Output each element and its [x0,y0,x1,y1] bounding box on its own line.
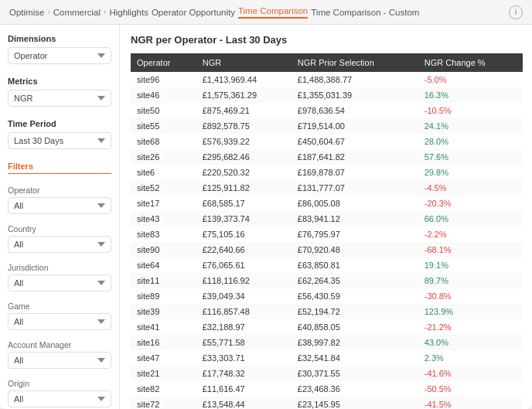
cell-ngr-prior: £1,355,031.39 [292,87,418,103]
cell-ngr-change: 28.0% [418,134,523,149]
cell-ngr-change: -21.2% [418,319,523,335]
cell-operator: site96 [131,72,196,87]
cell-operator: site68 [131,134,196,149]
cell-ngr-change: 19.1% [418,257,523,273]
cell-operator: site55 [131,118,196,134]
content-title: NGR per Operator - Last 30 Days [131,34,523,46]
cell-ngr-change: -30.8% [418,288,523,304]
nav-highlights[interactable]: Highlights [109,8,148,17]
cell-ngr-change: 123.9% [418,304,523,319]
cell-ngr: £139,373.74 [196,211,292,227]
filter-account-manager-select[interactable]: All [8,352,111,369]
cell-operator: site21 [131,366,196,381]
cell-ngr-prior: £40,858.05 [292,319,418,335]
cell-operator: site89 [131,288,196,304]
table-container[interactable]: Operator NGR NGR Prior Selection NGR Cha… [131,53,523,409]
table-row: site96£1,413,969.44£1,488,388.77-5.0% [131,72,523,87]
table-row: site68£576,939.22£450,604.6728.0% [131,134,523,149]
filter-country-select[interactable]: All [8,236,111,253]
cell-ngr-prior: £450,604.67 [292,134,418,149]
cell-ngr: £1,413,969.44 [196,72,292,87]
cell-ngr-prior: £30,371.55 [292,366,418,381]
table-row: site39£116,857.48£52,194.72123.9% [131,304,523,319]
filter-origin-select[interactable]: All [8,390,111,407]
table-row: site89£39,049.34£56,430.59-30.8% [131,288,523,304]
cell-ngr-change: -68.1% [418,242,523,257]
cell-operator: site16 [131,335,196,350]
cell-ngr: £68,585.17 [196,196,292,211]
table-row: site43£139,373.74£83,941.1266.0% [131,211,523,227]
cell-ngr-prior: £169,878.07 [292,165,418,180]
cell-ngr-change: 29.8% [418,165,523,180]
cell-operator: site90 [131,242,196,257]
cell-operator: site47 [131,350,196,366]
cell-ngr-prior: £83,941.12 [292,211,418,227]
cell-operator: site17 [131,196,196,211]
cell-ngr-prior: £23,145.95 [292,397,418,409]
cell-ngr-change: 16.3% [418,87,523,103]
col-ngr-prior: NGR Prior Selection [292,53,418,72]
cell-operator: site43 [131,211,196,227]
cell-operator: site11 [131,273,196,288]
cell-ngr-prior: £131,777.07 [292,180,418,196]
table-row: site26£295,682.46£187,641.8257.6% [131,149,523,165]
filter-jurisdiction-label: Jurisdiction [8,263,111,272]
filter-operator-select[interactable]: All [8,197,111,214]
cell-ngr: £116,857.48 [196,304,292,319]
nav-commercial[interactable]: Commercial [53,8,101,17]
cell-ngr-prior: £86,005.08 [292,196,418,211]
table-row: site90£22,640.66£70,920.48-68.1% [131,242,523,257]
table-row: site83£75,105.16£76,795.97-2.2% [131,227,523,242]
cell-ngr-prior: £52,194.72 [292,304,418,319]
app-container: Optimise › Commercial › Highlights Opera… [0,0,532,409]
cell-operator: site41 [131,319,196,335]
nav-optimise[interactable]: Optimise [9,8,44,17]
cell-operator: site50 [131,103,196,118]
cell-ngr: £39,049.34 [196,288,292,304]
cell-ngr-prior: £23,468.36 [292,381,418,397]
table-row: site82£11,616.47£23,468.36-50.5% [131,381,523,397]
time-period-select[interactable]: Last 30 Days [8,132,111,149]
filter-jurisdiction-select[interactable]: All [8,274,111,291]
nav-sep-2: › [104,8,106,16]
col-operator: Operator [131,53,196,72]
metrics-select[interactable]: NGR [8,90,111,107]
cell-ngr-prior: £38,997.82 [292,335,418,350]
cell-ngr-change: 24.1% [418,118,523,134]
table-row: site11£118,116.92£62,264.3589.7% [131,273,523,288]
cell-ngr: £125,911.82 [196,180,292,196]
nav-time-comparison-custom[interactable]: Time Comparison - Custom [311,8,419,17]
table-row: site41£32,188.97£40,858.05-21.2% [131,319,523,335]
cell-ngr: £576,939.22 [196,134,292,149]
cell-ngr: £295,682.46 [196,149,292,165]
cell-operator: site82 [131,381,196,397]
cell-operator: site83 [131,227,196,242]
cell-ngr-change: 57.6% [418,149,523,165]
table-row: site47£33,303.71£32,541.842.3% [131,350,523,366]
table-row: site64£76,065.61£63,850.8119.1% [131,257,523,273]
cell-ngr-prior: £56,430.59 [292,288,418,304]
cell-ngr-prior: £1,488,388.77 [292,72,418,87]
filter-game-select[interactable]: All [8,313,111,330]
main-layout: Dimensions Operator Metrics NGR Time Per… [0,25,532,409]
cell-ngr: £118,116.92 [196,273,292,288]
cell-ngr-change: -4.5% [418,180,523,196]
cell-ngr: £1,575,361.29 [196,87,292,103]
filter-origin-label: Origin [8,379,111,388]
dimensions-select[interactable]: Operator [8,47,111,64]
cell-ngr: £75,105.16 [196,227,292,242]
dimensions-label: Dimensions [8,34,111,43]
table-row: site6£220,520.32£169,878.0729.8% [131,165,523,180]
cell-ngr-change: -41.6% [418,366,523,381]
cell-ngr-change: 43.0% [418,335,523,350]
nav-operator-opportunity[interactable]: Operator Opportunity [152,8,235,17]
cell-operator: site46 [131,87,196,103]
nav-sep-1: › [47,8,49,16]
nav-time-comparison[interactable]: Time Comparison [238,6,308,19]
cell-ngr: £13,548.44 [196,397,292,409]
time-period-label: Time Period [8,119,111,128]
cell-ngr-change: -20.3% [418,196,523,211]
cell-ngr-prior: £76,795.97 [292,227,418,242]
info-icon[interactable]: i [509,5,523,19]
filter-account-manager-label: Account Manager [8,340,111,349]
